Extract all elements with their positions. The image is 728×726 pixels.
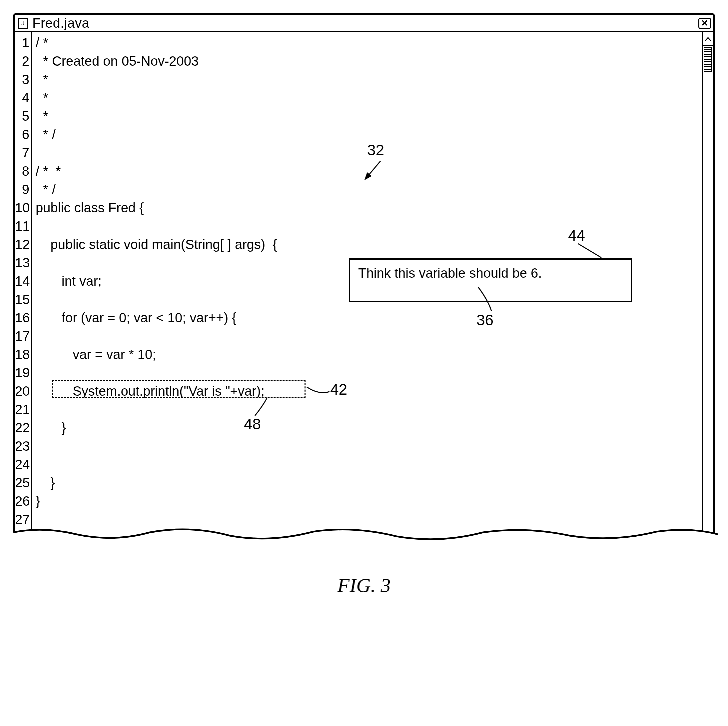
java-file-icon (18, 18, 28, 29)
line-number: 13 (15, 254, 31, 272)
line-number: 22 (15, 419, 31, 437)
code-line: for (var = 0; var < 10; var++) { (36, 309, 702, 327)
line-number: 14 (15, 272, 31, 290)
code-line (36, 400, 702, 419)
line-number: 19 (15, 364, 31, 382)
close-icon: ✕ (701, 18, 708, 28)
code-line: * (36, 70, 702, 89)
line-number: 18 (15, 345, 31, 364)
callout-32: 32 (367, 141, 384, 159)
code-line: * (36, 107, 702, 125)
code-line: } (36, 474, 702, 492)
code-line: public class Fred { (36, 199, 702, 217)
line-number: 1 (15, 34, 31, 52)
titlebar: Fred.java ✕ (15, 15, 713, 32)
code-area[interactable]: / * * Created on 05-Nov-2003 * * * * / /… (32, 32, 702, 546)
highlighted-code-selection (52, 380, 306, 398)
callout-36: 36 (476, 311, 494, 329)
line-number: 8 (15, 162, 31, 180)
line-number: 11 (15, 217, 31, 235)
window-title: Fred.java (32, 16, 89, 31)
code-line: / * * (36, 162, 702, 180)
line-number: 4 (15, 89, 31, 107)
code-line: / * (36, 34, 702, 52)
code-line (36, 327, 702, 345)
code-line (36, 437, 702, 455)
code-line: * / (36, 180, 702, 199)
code-line (36, 455, 702, 474)
scroll-track[interactable] (703, 72, 713, 546)
vertical-scrollbar[interactable] (702, 32, 713, 546)
callout-44: 44 (568, 226, 585, 244)
line-number: 5 (15, 107, 31, 125)
line-number: 10 (15, 199, 31, 217)
code-line (36, 364, 702, 382)
code-line (36, 217, 702, 235)
callout-42: 42 (330, 380, 347, 398)
code-line (36, 510, 702, 528)
line-number: 25 (15, 474, 31, 492)
line-number: 16 (15, 309, 31, 327)
line-number: 24 (15, 455, 31, 474)
code-line: } (36, 492, 702, 510)
line-number: 15 (15, 290, 31, 309)
annotation-text: Think this variable should be 6. (358, 266, 542, 280)
line-number: 2 (15, 52, 31, 70)
code-line: * (36, 89, 702, 107)
editor-body: 1234567891011121314151617181920212223242… (15, 32, 713, 546)
close-button[interactable]: ✕ (698, 18, 711, 29)
line-number: 23 (15, 437, 31, 455)
code-line: } (36, 419, 702, 437)
line-number: 12 (15, 235, 31, 254)
line-number: 20 (15, 382, 31, 400)
line-number: 21 (15, 400, 31, 419)
editor-window: Fred.java ✕ 1234567891011121314151617181… (13, 13, 715, 547)
scroll-thumb[interactable] (704, 47, 712, 72)
line-number-gutter: 1234567891011121314151617181920212223242… (15, 32, 32, 546)
figure-caption: FIG. 3 (13, 574, 715, 597)
line-number: 17 (15, 327, 31, 345)
page-root: Fred.java ✕ 1234567891011121314151617181… (13, 13, 715, 597)
code-line: public static void main(String[ ] args) … (36, 235, 702, 254)
annotation-popup[interactable]: Think this variable should be 6. (349, 258, 632, 302)
callout-48: 48 (244, 415, 261, 433)
line-number: 26 (15, 492, 31, 510)
line-number: 27 (15, 510, 31, 528)
line-number: 3 (15, 70, 31, 89)
line-number: 9 (15, 180, 31, 199)
code-line: var = var * 10; (36, 345, 702, 364)
chevron-up-icon (705, 37, 711, 41)
line-number: 7 (15, 144, 31, 162)
line-number: 6 (15, 125, 31, 144)
scroll-up-button[interactable] (703, 32, 713, 46)
code-line: * Created on 05-Nov-2003 (36, 52, 702, 70)
